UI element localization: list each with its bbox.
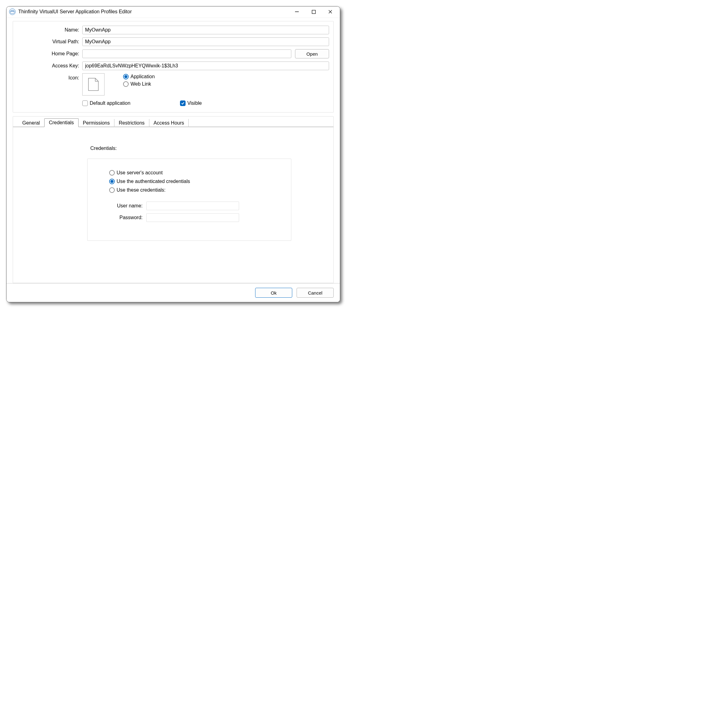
credentials-group-label: Credentials: bbox=[90, 146, 321, 151]
radio-icon bbox=[123, 74, 129, 79]
tab-container: General Credentials Permissions Restrict… bbox=[13, 116, 334, 283]
close-button[interactable] bbox=[326, 8, 334, 16]
ok-button[interactable]: Ok bbox=[255, 288, 292, 298]
password-label: Password: bbox=[109, 215, 146, 220]
radio-use-server-account-label: Use server's account bbox=[117, 170, 163, 176]
app-icon bbox=[9, 8, 16, 15]
tab-permissions[interactable]: Permissions bbox=[78, 119, 114, 127]
tab-access-hours[interactable]: Access Hours bbox=[149, 119, 189, 127]
radio-application[interactable]: Application bbox=[123, 74, 155, 79]
visible-label: Visible bbox=[188, 101, 202, 106]
virtual-path-input[interactable] bbox=[82, 37, 329, 46]
username-input[interactable] bbox=[146, 202, 239, 210]
radio-use-these-label: Use these credentials: bbox=[117, 187, 165, 193]
credentials-panel: Credentials: Use server's account Use th… bbox=[13, 127, 334, 253]
svg-marker-7 bbox=[88, 78, 98, 91]
radio-icon bbox=[109, 179, 115, 184]
radio-application-label: Application bbox=[130, 74, 155, 79]
maximize-button[interactable] bbox=[309, 8, 318, 16]
checkbox-visible[interactable]: Visible bbox=[180, 101, 202, 106]
radio-icon bbox=[123, 81, 129, 87]
content-area: Name: Virtual Path: Home Page: Open Acce… bbox=[6, 18, 340, 283]
title-bar: Thinfinity VirtualUI Server Application … bbox=[6, 6, 340, 18]
radio-weblink-label: Web Link bbox=[130, 81, 151, 87]
svg-rect-4 bbox=[312, 10, 315, 14]
window-controls bbox=[293, 8, 337, 16]
cancel-button[interactable]: Cancel bbox=[296, 288, 334, 298]
username-label: User name: bbox=[109, 203, 146, 209]
radio-weblink[interactable]: Web Link bbox=[123, 81, 155, 87]
checkbox-icon bbox=[180, 101, 186, 106]
radio-icon bbox=[109, 170, 115, 176]
dialog-footer: Ok Cancel bbox=[6, 283, 340, 302]
access-key-label: Access Key: bbox=[17, 63, 82, 69]
name-label: Name: bbox=[17, 27, 82, 33]
document-icon bbox=[87, 77, 100, 92]
credentials-group: Use server's account Use the authenticat… bbox=[87, 158, 291, 241]
home-page-input[interactable] bbox=[82, 49, 291, 58]
name-input[interactable] bbox=[82, 26, 329, 34]
icon-label: Icon: bbox=[17, 73, 82, 81]
window-title: Thinfinity VirtualUI Server Application … bbox=[18, 9, 293, 14]
dialog-window: Thinfinity VirtualUI Server Application … bbox=[6, 6, 340, 302]
password-input[interactable] bbox=[146, 213, 239, 222]
virtual-path-label: Virtual Path: bbox=[17, 39, 82, 45]
minimize-button[interactable] bbox=[293, 8, 301, 16]
checkbox-icon bbox=[82, 101, 88, 106]
default-application-label: Default application bbox=[90, 101, 130, 106]
home-page-label: Home Page: bbox=[17, 51, 82, 56]
profile-form: Name: Virtual Path: Home Page: Open Acce… bbox=[13, 21, 334, 112]
checkbox-default-application[interactable]: Default application bbox=[82, 101, 130, 106]
tab-restrictions[interactable]: Restrictions bbox=[114, 119, 149, 127]
tab-general[interactable]: General bbox=[18, 119, 44, 127]
open-button[interactable]: Open bbox=[295, 49, 329, 58]
svg-rect-2 bbox=[10, 11, 14, 12]
radio-use-these[interactable]: Use these credentials: bbox=[109, 187, 279, 193]
radio-icon bbox=[109, 187, 115, 193]
radio-use-authenticated[interactable]: Use the authenticated credentials bbox=[109, 179, 279, 184]
tab-credentials[interactable]: Credentials bbox=[44, 118, 78, 127]
access-key-input[interactable] bbox=[82, 62, 329, 70]
radio-use-authenticated-label: Use the authenticated credentials bbox=[117, 179, 190, 184]
tab-strip: General Credentials Permissions Restrict… bbox=[13, 117, 334, 127]
icon-preview[interactable] bbox=[82, 73, 104, 95]
radio-use-server-account[interactable]: Use server's account bbox=[109, 170, 279, 176]
